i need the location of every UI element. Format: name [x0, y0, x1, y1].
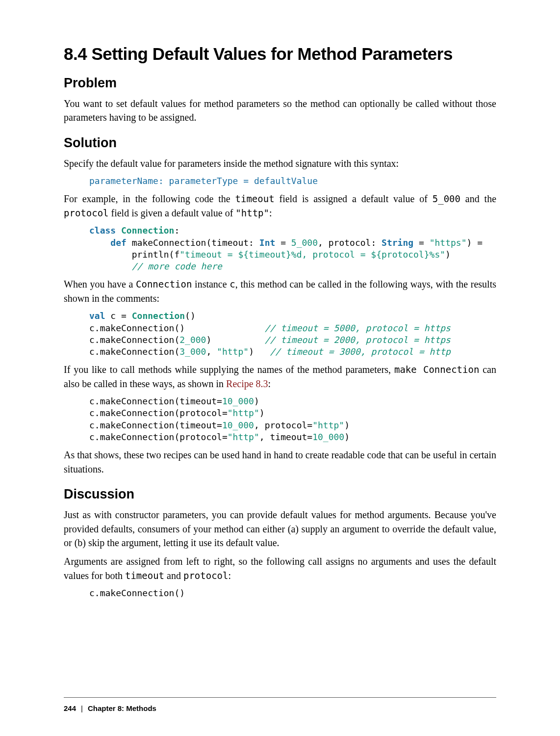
discussion-p1: Just as with constructor parameters, you…: [64, 508, 496, 550]
footer-sep: |: [76, 704, 88, 712]
xref-recipe-8-3[interactable]: Recipe 8.3: [226, 378, 268, 389]
code-usage: val c = Connection() c.makeConnection() …: [89, 310, 496, 358]
chapter-label: Chapter 8: Methods: [88, 704, 156, 712]
problem-paragraph: You want to set default values for metho…: [64, 97, 496, 125]
code-named-args: c.makeConnection(timeout=10_000) c.makeC…: [89, 395, 496, 443]
heading-problem: Problem: [64, 76, 496, 91]
section-title: 8.4 Setting Default Values for Method Pa…: [64, 44, 496, 64]
solution-p1: Specify the default value for parameters…: [64, 157, 496, 170]
solution-p5: As that shows, these two recipes can be …: [64, 448, 496, 476]
solution-p4: If you like to call methods while supply…: [64, 363, 496, 391]
code-class-def: class Connection: def makeConnection(tim…: [89, 225, 496, 272]
solution-p2: For example, in the following code the t…: [64, 192, 496, 220]
code-noargs: c.makeConnection(): [89, 587, 496, 599]
heading-discussion: Discussion: [64, 487, 496, 502]
page-footer: 244|Chapter 8: Methods: [64, 704, 156, 712]
code-syntax: parameterName: parameterType = defaultVa…: [89, 175, 496, 187]
discussion-p2: Arguments are assigned from left to righ…: [64, 554, 496, 582]
footer-rule: [64, 697, 496, 698]
solution-p3: When you have a Connection instance c, t…: [64, 277, 496, 305]
heading-solution: Solution: [64, 135, 496, 151]
page-number: 244: [64, 704, 76, 712]
book-page: 8.4 Setting Default Values for Method Pa…: [0, 0, 560, 736]
